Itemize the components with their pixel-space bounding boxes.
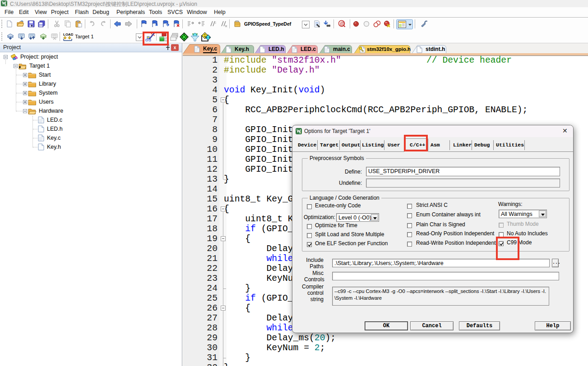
svg-text:s: s: [5, 3, 6, 6]
svg-text:LOAD: LOAD: [63, 32, 73, 37]
svg-text:s: s: [299, 131, 301, 134]
svg-text:@: @: [340, 21, 345, 26]
